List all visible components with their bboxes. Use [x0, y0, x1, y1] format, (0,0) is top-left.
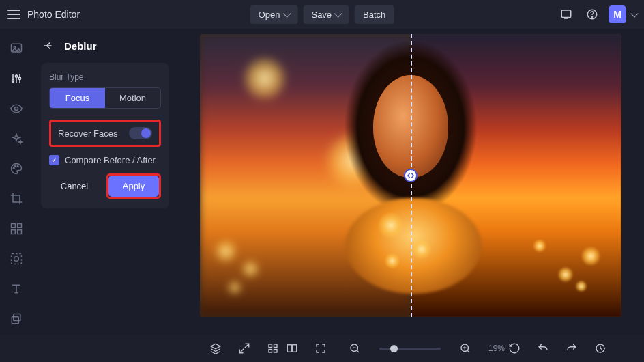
undo-icon[interactable] — [533, 339, 553, 358]
bottom-bar: 19% — [0, 335, 644, 362]
svg-point-6 — [15, 75, 17, 77]
menu-icon[interactable] — [7, 8, 20, 21]
batch-button[interactable]: Batch — [355, 5, 394, 24]
crop-icon[interactable] — [9, 191, 24, 206]
adjust-icon[interactable] — [9, 71, 24, 86]
svg-point-5 — [12, 80, 14, 82]
svg-rect-12 — [12, 224, 16, 228]
svg-rect-24 — [287, 345, 291, 352]
blur-type-label: Blur Type — [49, 72, 161, 82]
svg-rect-14 — [12, 230, 16, 234]
svg-point-2 — [591, 16, 592, 17]
image-icon[interactable] — [9, 41, 24, 56]
apply-button[interactable]: Apply — [108, 176, 159, 197]
feedback-icon[interactable] — [557, 5, 576, 24]
avatar[interactable]: M — [609, 5, 626, 23]
zoom-in-icon[interactable] — [456, 339, 475, 358]
svg-point-7 — [18, 77, 20, 79]
zoom-percent: 19% — [488, 344, 505, 353]
svg-point-17 — [14, 257, 19, 262]
svg-rect-16 — [12, 254, 22, 264]
svg-rect-13 — [18, 224, 22, 228]
segment-motion[interactable]: Motion — [105, 88, 160, 108]
palette-icon[interactable] — [9, 161, 24, 176]
side-panel: Deblur Blur Type Focus Motion Recover Fa… — [33, 29, 177, 335]
shapes-icon[interactable] — [9, 221, 24, 236]
compare-icon[interactable] — [282, 339, 302, 358]
open-button[interactable]: Open — [250, 5, 298, 24]
compare-handle[interactable] — [404, 169, 418, 182]
segment-focus[interactable]: Focus — [50, 88, 105, 108]
recover-faces-row: Recover Faces — [49, 120, 161, 147]
svg-rect-23 — [274, 350, 278, 353]
svg-rect-0 — [561, 10, 571, 18]
svg-rect-15 — [18, 230, 22, 234]
svg-rect-20 — [269, 344, 272, 348]
back-button[interactable] — [41, 38, 56, 53]
grid-icon[interactable] — [263, 339, 282, 358]
svg-point-8 — [15, 107, 18, 111]
reset-icon[interactable] — [505, 339, 524, 358]
save-button[interactable]: Save — [303, 5, 349, 24]
chevron-down-icon[interactable] — [630, 10, 638, 17]
svg-rect-19 — [12, 317, 18, 324]
svg-point-9 — [13, 167, 14, 169]
layers-icon[interactable] — [9, 311, 24, 326]
chevron-down-icon — [283, 10, 291, 17]
top-bar: Photo Editor Open Save Batch M — [0, 0, 644, 29]
svg-rect-22 — [269, 350, 272, 353]
checkbox-icon: ✓ — [49, 155, 59, 165]
app-title: Photo Editor — [27, 9, 80, 20]
cancel-button[interactable]: Cancel — [49, 173, 100, 199]
blur-type-segment: Focus Motion — [49, 87, 161, 109]
zoom-out-icon[interactable] — [345, 339, 364, 358]
svg-point-10 — [15, 165, 16, 167]
chevron-down-icon — [334, 10, 342, 17]
layers-panel-icon[interactable] — [206, 339, 225, 358]
image-canvas[interactable] — [200, 34, 621, 317]
canvas-area — [177, 29, 644, 335]
mask-icon[interactable] — [9, 251, 24, 266]
recover-faces-label: Recover Faces — [58, 128, 117, 139]
recover-faces-toggle[interactable] — [129, 127, 152, 139]
redo-icon[interactable] — [562, 339, 581, 358]
svg-rect-18 — [14, 314, 20, 321]
compare-label: Compare Before / After — [65, 155, 156, 165]
expand-icon[interactable] — [235, 339, 254, 358]
history-icon[interactable] — [591, 339, 610, 358]
zoom-slider[interactable] — [379, 348, 441, 350]
sparkle-icon[interactable] — [9, 131, 24, 146]
svg-rect-21 — [274, 344, 278, 348]
panel-title: Deblur — [64, 40, 97, 52]
compare-row[interactable]: ✓ Compare Before / After — [49, 155, 161, 165]
svg-point-11 — [17, 165, 18, 167]
text-icon[interactable] — [9, 281, 24, 296]
tool-rail — [0, 29, 33, 335]
svg-rect-25 — [293, 345, 297, 352]
help-icon[interactable] — [583, 5, 602, 24]
eye-icon[interactable] — [9, 101, 24, 116]
fullscreen-icon[interactable] — [311, 339, 330, 358]
